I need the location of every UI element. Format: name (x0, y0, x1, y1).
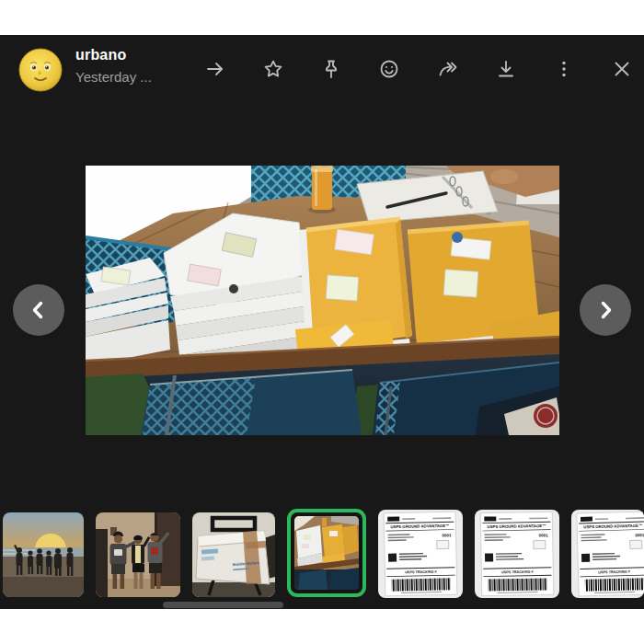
header-actions (204, 58, 633, 80)
current-photo[interactable] (86, 166, 559, 435)
thumbnail-mailers-box[interactable]: Bubble Mailers (192, 512, 275, 597)
close-icon[interactable] (611, 58, 633, 80)
barcode (585, 578, 644, 592)
star-icon[interactable] (262, 58, 284, 80)
viewer-header: urbano Yesterday ... (0, 35, 644, 107)
chevron-right-icon (595, 300, 615, 320)
smiley-icon[interactable] (378, 58, 400, 80)
white-mailer-stack-left (86, 258, 170, 366)
previous-photo-button[interactable] (13, 284, 64, 336)
thumbnail-usps-label-3[interactable]: USPS GROUND ADVANTAGE™ 0001 USPS TRACKIN… (571, 510, 644, 598)
thumbnail-usps-label-2[interactable]: USPS GROUND ADVANTAGE™ 0001 USPS TRACKIN… (475, 510, 559, 598)
share-forward-icon[interactable] (437, 58, 459, 80)
barcode (488, 578, 546, 591)
svg-text:0001: 0001 (443, 533, 453, 537)
page: urbano Yesterday ... (0, 0, 644, 644)
thumbnail-current-selected[interactable] (287, 509, 366, 597)
pushpin-icon[interactable] (320, 58, 342, 80)
kebab-menu-icon[interactable] (553, 58, 575, 80)
chat-avatar[interactable] (18, 48, 63, 92)
thumbnail-group-indoors[interactable] (96, 512, 180, 597)
horizontal-scrollbar-thumb[interactable] (163, 602, 283, 608)
arrow-right-icon[interactable] (204, 58, 226, 80)
white-box: Bubble Mailers (196, 531, 270, 584)
svg-text:USPS TRACKING #: USPS TRACKING # (501, 570, 535, 575)
download-icon[interactable] (495, 58, 517, 80)
thumbnail-usps-label-1[interactable]: USPS GROUND ADVANTAGE™ 0001 USPS TRACKIN… (378, 510, 463, 598)
next-photo-button[interactable] (580, 284, 631, 336)
full-moon-face-icon (18, 48, 63, 92)
chevron-left-icon (29, 300, 49, 320)
barcode (392, 578, 451, 591)
svg-text:0001: 0001 (539, 533, 549, 537)
thumbnail-beach-sunset[interactable] (3, 512, 84, 597)
svg-text:USPS TRACKING #: USPS TRACKING # (405, 570, 438, 575)
media-viewer: urbano Yesterday ... (0, 35, 644, 609)
photo-illustration (86, 166, 559, 435)
chat-name: urbano (75, 47, 126, 63)
photo-timestamp: Yesterday ... (75, 69, 152, 85)
orange-juice-glass (308, 166, 336, 213)
thumbnail-strip: Bubble Mailers (0, 507, 644, 601)
svg-text:0001: 0001 (635, 533, 644, 537)
